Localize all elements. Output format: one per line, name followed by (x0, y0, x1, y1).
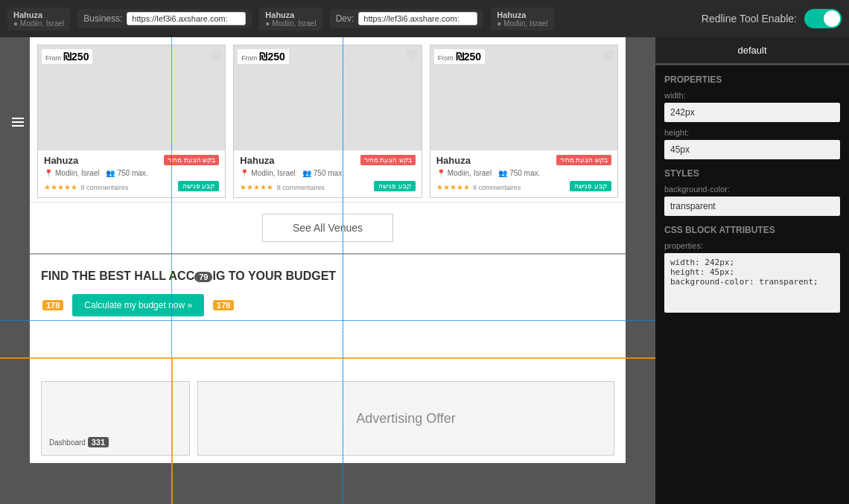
site-name-1: Hahuza (13, 10, 64, 19)
properties-section-title: PROPERTIES (664, 74, 840, 85)
css-properties-label: properties: (664, 241, 840, 250)
venue-cards-row: From ₪250 ♡ Hahuza בקש הצעת מחיר 📍 (37, 45, 618, 198)
css-properties-textarea[interactable] (664, 253, 840, 313)
guide-orange-vertical (171, 357, 173, 504)
venue-rating-2: ★★★★★ 8 commentaires (240, 179, 324, 193)
advertising-offer-text: Advertising Offer (356, 411, 456, 427)
btn-meeting-2[interactable]: קבע פגישה (374, 181, 416, 191)
price-badge-1: From ₪250 (42, 49, 92, 64)
site-info-3: Hahuza ● Modiin, Israel (497, 10, 547, 28)
redline-toggle[interactable] (804, 9, 842, 28)
dev-label: Dev: (336, 13, 354, 24)
guide-orange-horizontal (0, 357, 655, 359)
canvas-area: From ₪250 ♡ Hahuza בקש הצעת מחיר 📍 (0, 37, 655, 504)
site-info-2: Hahuza ● Modiin, Israel (265, 10, 316, 28)
business-label: Business: (83, 13, 122, 24)
venue-footer-2: ★★★★★ 8 commentaires קבע פגישה (240, 179, 415, 193)
budget-section: FIND THE BEST HALL ACC79IG TO YOUR BUDGE… (30, 255, 626, 374)
css-block-title: CSS BLOCK ATTRIBUTES (664, 225, 840, 235)
venue-footer-3: ★★★★★ 8 commentaires קבע פגישה (436, 179, 611, 193)
panel-tabs: default (655, 37, 849, 66)
dev-url-card: Dev: https://lef3i6.axshare.com: (330, 9, 484, 28)
site-sub-1: ● Modiin, Israel (13, 19, 64, 28)
badge-178-right: 178 (213, 300, 234, 310)
badge-178-left: 178 (42, 300, 63, 310)
capacity-icon-2: 👥 (302, 169, 311, 177)
venue-location-1: 📍 Modiin, Israel 👥 750 max. (44, 169, 219, 177)
venue-card-info-1: Hahuza בקש הצעת מחיר 📍 Modiin, Israel 👥 … (38, 150, 225, 197)
btn-request-2[interactable]: בקש הצעת מחיר (360, 155, 416, 165)
venue-card-image-2: From ₪250 ♡ (234, 45, 421, 150)
venue-footer-1: ★★★★★ 8 commentaires קבע פגישה (44, 179, 219, 193)
price-badge-2: From ₪250 (238, 49, 288, 64)
btn-meeting-1[interactable]: קבע פגישה (178, 181, 220, 191)
venue-name-1: Hahuza (44, 155, 78, 166)
calculate-button[interactable]: Calculate my budget now » (72, 294, 204, 316)
dashboard-card: Dashboard 331 (41, 381, 190, 456)
venue-card-info-3: Hahuza בקש הצעת מחיר 📍 Modiin, Israel 👥 … (430, 150, 617, 197)
see-all-button[interactable]: See All Venues (262, 214, 393, 242)
venue-card-header-1: Hahuza בקש הצעת מחיר (44, 155, 219, 166)
price-badge-3: From ₪250 (434, 49, 485, 64)
badge-331: 331 (88, 437, 109, 447)
hamburger-button[interactable] (7, 112, 28, 133)
site-card-2: Hahuza ● Modiin, Israel (259, 7, 322, 31)
guide-vertical-center-dashed (343, 37, 343, 504)
redline-section: Redline Tool Enable: (702, 9, 842, 28)
bottom-cards: Dashboard 331 Advertising Offer (30, 374, 626, 463)
canvas-content: From ₪250 ♡ Hahuza בקש הצעת מחיר 📍 (30, 37, 626, 463)
styles-section-title: STYLES (664, 168, 840, 179)
venue-card-image-3: From ₪250 ♡ (430, 45, 617, 150)
location-pin-icon-1: 📍 (44, 169, 53, 177)
dashboard-label: Dashboard 331 (49, 437, 109, 447)
btn-request-1[interactable]: בקש הצעת מחיר (164, 155, 219, 165)
venue-rating-1: ★★★★★ 8 commentaires (44, 179, 128, 193)
right-panel: default PROPERTIES width: height: STYLES… (655, 37, 849, 504)
venue-section: From ₪250 ♡ Hahuza בקש הצעת מחיר 📍 (30, 37, 626, 202)
top-bar: Hahuza ● Modiin, Israel Business: https:… (0, 0, 849, 37)
budget-row: 178 Calculate my budget now » 178 (41, 294, 614, 316)
width-input[interactable] (664, 103, 840, 122)
venue-rating-3: ★★★★★ 8 commentaires (436, 179, 521, 193)
venue-card-header-3: Hahuza בקש הצעת מחיר (436, 155, 611, 166)
btn-request-3[interactable]: בקש הצעת מחיר (556, 155, 611, 165)
venue-card-2: From ₪250 ♡ Hahuza בקש הצעת מחיר 📍 (233, 45, 422, 198)
budget-title: FIND THE BEST HALL ACC79IG TO YOUR BUDGE… (41, 269, 614, 283)
business-url[interactable]: https://lef3i6.axshare.com: (127, 12, 246, 25)
site-sub-3: ● Modiin, Israel (497, 19, 547, 28)
venue-location-2: 📍 Modiin, Israel 👥 750 max. (240, 169, 415, 177)
heart-icon-2[interactable]: ♡ (407, 49, 418, 63)
venue-card-image-1: From ₪250 ♡ (38, 45, 225, 150)
venue-card-header-2: Hahuza בקש הצעת מחיר (240, 155, 415, 166)
btn-meeting-3[interactable]: קבע פגישה (570, 181, 611, 191)
site-info-1: Hahuza ● Modiin, Israel (13, 10, 64, 28)
venue-location-3: 📍 Modiin, Israel 👥 750 max. (436, 169, 611, 177)
site-card-3: Hahuza ● Modiin, Israel (491, 7, 553, 31)
venue-name-3: Hahuza (436, 155, 471, 166)
site-card-1: Hahuza ● Modiin, Israel (7, 7, 70, 31)
venue-card-info-2: Hahuza בקש הצעת מחיר 📍 Modiin, Israel 👥 … (234, 150, 421, 197)
panel-content: PROPERTIES width: height: STYLES backgro… (655, 66, 849, 504)
width-label: width: (664, 91, 840, 100)
heart-icon-3[interactable]: ♡ (603, 49, 614, 63)
dev-url[interactable]: https://lef3i6.axshare.com: (358, 12, 477, 25)
badge-79: 79 (194, 272, 212, 282)
bg-color-label: background-color: (664, 185, 840, 194)
bg-color-input[interactable] (664, 197, 840, 216)
site-sub-2: ● Modiin, Israel (265, 19, 316, 28)
venue-card-1: From ₪250 ♡ Hahuza בקש הצעת מחיר 📍 (37, 45, 226, 198)
location-pin-icon-2: 📍 (240, 169, 249, 177)
tab-default[interactable]: default (655, 37, 849, 65)
heart-icon-1[interactable]: ♡ (211, 49, 221, 63)
location-pin-icon-3: 📍 (436, 169, 445, 177)
venue-card-3: From ₪250 ♡ Hahuza בקש הצעת מחיר 📍 (430, 45, 618, 198)
advertising-offer-card: Advertising Offer (197, 381, 614, 456)
top-bar-left: Hahuza ● Modiin, Israel Business: https:… (7, 7, 694, 31)
see-all-section: See All Venues (30, 202, 626, 255)
site-name-3: Hahuza (497, 10, 547, 19)
capacity-icon-3: 👥 (498, 169, 507, 177)
redline-label: Redline Tool Enable: (702, 13, 797, 25)
height-input[interactable] (664, 140, 840, 159)
budget-title-part2: IG TO YOUR BUDGET (212, 269, 336, 282)
site-name-2: Hahuza (265, 10, 316, 19)
